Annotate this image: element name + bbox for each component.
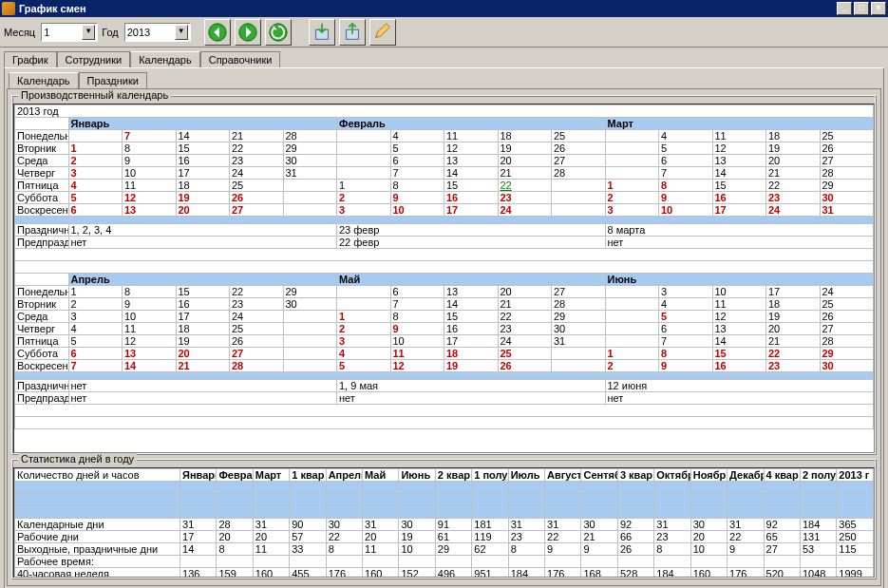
prev-button[interactable] <box>204 19 231 46</box>
main-tabs: ГрафикСотрудникиКалендарьСправочники <box>0 47 888 67</box>
refresh-button[interactable] <box>265 19 292 46</box>
stats-title: Статистика дней в году <box>18 453 137 465</box>
tab-График[interactable]: График <box>4 51 57 67</box>
chevron-down-icon[interactable]: ▼ <box>82 25 95 40</box>
subtab-Календарь[interactable]: Календарь <box>9 72 79 88</box>
tab-Сотрудники[interactable]: Сотрудники <box>57 51 131 67</box>
month-label: Месяц <box>4 27 35 38</box>
next-button[interactable] <box>235 19 261 46</box>
month-input[interactable] <box>44 27 82 38</box>
app-icon <box>2 2 15 15</box>
tab-Календарь[interactable]: Календарь <box>130 51 200 67</box>
close-button[interactable]: × <box>871 2 886 15</box>
group-title: Производственный календарь <box>18 89 171 101</box>
import-button[interactable] <box>309 19 335 46</box>
tab-Справочники[interactable]: Справочники <box>200 51 281 67</box>
window-title: График смен <box>19 3 835 14</box>
toolbar: Месяц ▼ Год ▼ <box>0 17 888 47</box>
year-input[interactable] <box>127 27 175 38</box>
minimize-button[interactable]: _ <box>837 2 852 15</box>
year-combo[interactable]: ▼ <box>124 23 191 42</box>
subtab-Праздники[interactable]: Праздники <box>79 72 147 88</box>
year-label: Год <box>102 27 119 38</box>
edit-button[interactable] <box>369 19 396 46</box>
stats-group: Статистика дней в году Количество дней и… <box>11 459 877 579</box>
calendar-group: Производственный календарь 2013 годЯнвар… <box>11 95 877 455</box>
export-button[interactable] <box>339 19 366 46</box>
stats-scroll[interactable]: Количество дней и часовЯнварьФевраМарт1 … <box>13 467 875 578</box>
titlebar: График смен _ □ × <box>0 0 888 17</box>
month-combo[interactable]: ▼ <box>41 23 98 42</box>
maximize-button[interactable]: □ <box>854 2 869 15</box>
sub-tabs: КалендарьПраздники <box>7 70 881 88</box>
calendar-scroll[interactable]: 2013 годЯнварьФевральМартПонедельник7142… <box>13 104 875 453</box>
chevron-down-icon[interactable]: ▼ <box>175 25 188 40</box>
